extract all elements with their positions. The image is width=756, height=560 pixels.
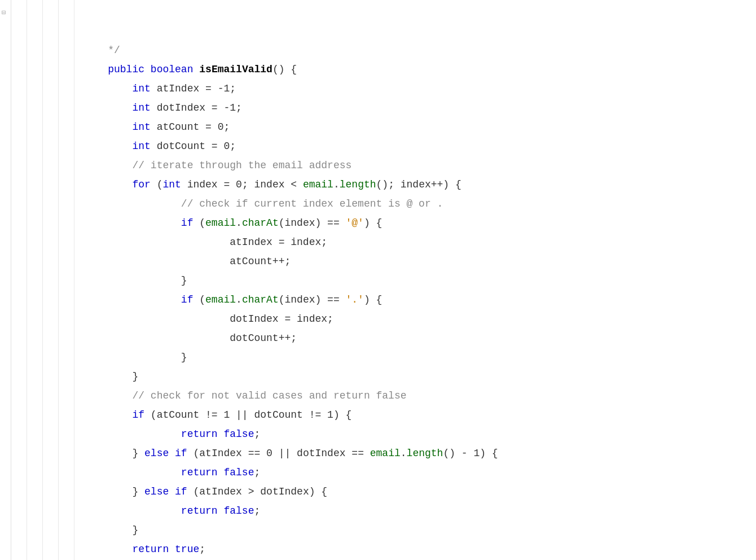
code-line: public boolean isEmailValid() {	[83, 60, 756, 79]
code-line: int dotCount = 0;	[83, 137, 756, 156]
token-paren: ;	[230, 141, 236, 152]
token-paren: ;	[236, 102, 242, 113]
token-ws	[83, 294, 181, 305]
token-ws: () - 1) {	[443, 448, 498, 459]
token-kw-blue: boolean	[151, 64, 194, 75]
code-line: */	[83, 41, 756, 60]
token-ws	[83, 505, 181, 517]
token-ws	[144, 64, 151, 75]
token-bool-val: false	[223, 428, 254, 440]
token-ws: .	[236, 217, 242, 229]
code-line: if (email.charAt(index) == '.') {	[83, 290, 756, 309]
token-ws: atCount =	[151, 121, 218, 133]
token-ws	[83, 371, 132, 382]
token-method: length	[407, 448, 443, 459]
code-line: int atIndex = -1;	[83, 79, 756, 98]
token-kw-type: int	[132, 141, 150, 152]
token-method: charAt	[242, 294, 279, 305]
token-ws: (	[193, 217, 205, 229]
token-ws	[83, 141, 132, 152]
token-ws: }	[132, 524, 138, 536]
code-editor: ⊟ ⊟ */ public boolean isEmailValid() { i…	[0, 0, 756, 560]
token-comment: // iterate through the email address	[132, 160, 351, 171]
code-line: atIndex = index;	[83, 233, 756, 252]
token-ws: atIndex =	[151, 83, 218, 94]
token-number: 0	[223, 141, 230, 152]
code-line: int dotIndex = -1;	[83, 98, 756, 117]
token-ws: atCount++;	[230, 256, 291, 267]
token-ws	[83, 160, 132, 171]
token-comment: */	[83, 45, 120, 56]
token-ws	[83, 409, 132, 421]
token-kw-bold: isEmailValid	[199, 64, 272, 75]
token-operator: ||	[236, 409, 248, 421]
code-line: for (int index = 0; index < email.length…	[83, 175, 756, 194]
token-kw-type: int	[132, 121, 150, 133]
token-ret-kw: return	[181, 505, 218, 517]
token-method: length	[340, 179, 376, 190]
code-line: return false;	[83, 501, 756, 520]
code-line: dotCount++;	[83, 329, 756, 348]
token-ws	[193, 64, 199, 75]
token-ws	[83, 179, 132, 190]
token-operator: -	[223, 102, 230, 113]
token-ws: }	[132, 371, 138, 382]
token-bool-val: true	[175, 544, 199, 555]
token-ws: atIndex = index;	[230, 237, 327, 248]
code-line: }	[83, 367, 756, 386]
code-line: }	[83, 520, 756, 540]
gutter: ⊟ ⊟	[0, 0, 11, 560]
token-ws: }	[181, 275, 187, 286]
token-ws: ;	[254, 428, 260, 440]
token-bool-val: false	[223, 505, 254, 517]
token-ws: ; index <	[242, 179, 303, 190]
token-ws: (); index++) {	[376, 179, 461, 190]
token-ws: dotCount++;	[230, 333, 297, 344]
indent-col-2	[27, 0, 43, 560]
token-ws	[218, 428, 224, 440]
token-ws: dotIndex ==	[291, 448, 370, 459]
code-line: // check for not valid cases and return …	[83, 386, 756, 405]
code-line: atCount++;	[83, 252, 756, 271]
token-ws	[83, 237, 230, 248]
token-number: 1	[223, 83, 230, 94]
indent-guides	[11, 0, 74, 560]
token-paren: () {	[272, 64, 297, 75]
token-ws	[83, 467, 181, 478]
token-ws	[83, 64, 108, 75]
token-ws: .	[401, 448, 407, 459]
token-ws: .	[333, 179, 340, 190]
token-ws: }	[132, 486, 144, 497]
token-ws	[83, 448, 132, 459]
code-line: return false;	[83, 463, 756, 482]
token-kw-type: int	[132, 83, 150, 94]
token-kw-ctrl: else	[144, 448, 169, 459]
token-ws: ;	[199, 544, 205, 555]
token-ws: (atIndex == 0	[187, 448, 279, 459]
code-line: return false;	[83, 425, 756, 444]
token-ws: dotIndex =	[151, 102, 224, 113]
token-ws: (index) ==	[279, 294, 346, 305]
token-kw-ctrl: for	[132, 179, 150, 190]
fold-icon-top[interactable]: ⊟	[2, 3, 6, 23]
token-comment: // check for not valid cases and return …	[132, 390, 406, 401]
token-ws: (	[193, 294, 205, 305]
code-line: }	[83, 271, 756, 290]
token-method: email	[370, 448, 401, 459]
token-ws: ) {	[364, 217, 382, 229]
token-string: '.'	[346, 294, 364, 305]
token-ws: .	[236, 294, 242, 305]
token-ws	[83, 256, 230, 267]
token-number: 0	[236, 179, 242, 190]
code-line: // iterate through the email address	[83, 156, 756, 175]
token-ret-kw: return	[181, 428, 218, 440]
token-method: email	[205, 217, 236, 229]
token-ws	[83, 217, 181, 229]
code-line: } else if (atIndex == 0 || dotIndex == e…	[83, 444, 756, 463]
token-kw-ctrl: if	[132, 409, 144, 421]
token-number: 0	[218, 121, 224, 133]
token-ws	[169, 486, 175, 497]
token-ws	[83, 524, 132, 536]
token-ws	[83, 275, 181, 286]
token-ws	[83, 352, 181, 363]
